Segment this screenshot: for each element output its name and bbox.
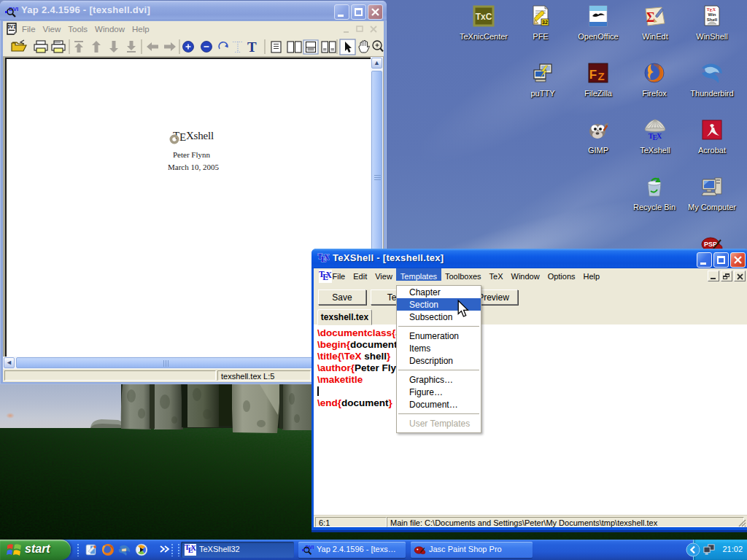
svg-text:DVI: DVI [7, 25, 16, 30]
svg-text:Σ: Σ [646, 10, 655, 25]
svg-text:X: X [324, 252, 330, 261]
svg-text:TEX: TEX [707, 7, 716, 12]
svg-text:Z: Z [597, 70, 604, 82]
svg-text:Win: Win [708, 12, 716, 17]
svg-text:Shell: Shell [707, 18, 718, 22]
svg-text:32: 32 [542, 20, 548, 25]
svg-text:TxC: TxC [476, 12, 492, 22]
svg-text:TEX: TEX [649, 132, 662, 141]
svg-text:X: X [326, 271, 332, 280]
svg-text:T: T [247, 39, 257, 55]
svg-text:F: F [589, 68, 597, 82]
svg-text:X: X [190, 544, 196, 552]
